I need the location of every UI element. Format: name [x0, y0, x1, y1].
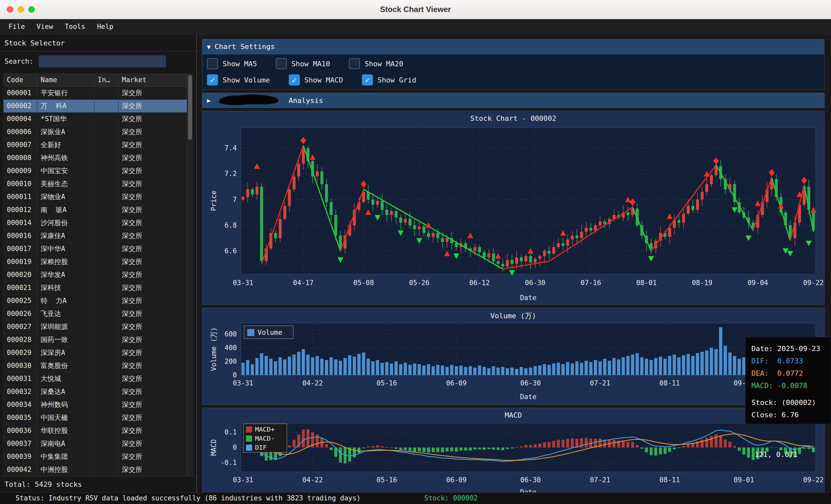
cell-code: 000031 — [4, 373, 37, 385]
table-row[interactable]: 000029深深房A深交所 — [4, 347, 187, 359]
cell-code: 000010 — [4, 178, 37, 190]
table-body: 000001平安银行深交所000002万 科A深交所000004*ST国华深交所… — [4, 87, 187, 476]
checkbox-show-ma10[interactable]: Show MA10 — [276, 58, 330, 69]
header-cell-market[interactable]: Market — [119, 74, 187, 86]
table-row[interactable]: 000027深圳能源深交所 — [4, 321, 187, 333]
checkbox-show-ma20[interactable]: Show MA20 — [349, 58, 403, 69]
menu-item-tools[interactable]: Tools — [59, 23, 91, 31]
scrollbar-thumb[interactable] — [188, 75, 192, 140]
unchecked-checkbox-icon[interactable] — [276, 58, 287, 69]
cell-industry — [94, 230, 119, 242]
table-row[interactable]: 000002万 科A深交所 — [4, 100, 187, 113]
checkbox-show-ma5[interactable]: Show MA5 — [207, 58, 257, 69]
table-row[interactable]: 000007全新好深交所 — [4, 139, 187, 152]
cell-market: 深交所 — [119, 281, 187, 294]
svg-text:03-31: 03-31 — [233, 476, 253, 484]
cell-code: 000035 — [4, 411, 37, 424]
table-row[interactable]: 000008神州高铁深交所 — [4, 152, 187, 165]
checkbox-show-grid[interactable]: ✓Show Grid — [362, 75, 416, 85]
table-scrollbar[interactable] — [187, 74, 193, 476]
cell-code: 000026 — [4, 307, 37, 320]
table-row[interactable]: 000004*ST国华深交所 — [4, 113, 187, 126]
table-row[interactable]: 000017深中华A深交所 — [4, 243, 187, 256]
unchecked-checkbox-icon[interactable] — [207, 58, 218, 69]
search-input[interactable] — [39, 55, 166, 67]
stock-table: CodeNameIn…Market 000001平安银行深交所000002万 科… — [3, 73, 193, 476]
chevron-down-icon: ▼ — [207, 43, 210, 50]
table-row[interactable]: 000037深南电A深交所 — [4, 438, 187, 450]
table-row[interactable]: 000016深康佳A深交所 — [4, 230, 187, 243]
unchecked-checkbox-icon[interactable] — [349, 58, 360, 69]
cell-industry — [94, 347, 119, 359]
cell-name: 特 力A — [37, 295, 94, 307]
cell-name: 深科技 — [37, 281, 94, 294]
tooltip-line: DIF: 0.0733 — [751, 355, 831, 367]
header-cell-name[interactable]: Name — [37, 74, 94, 86]
cell-code: 000036 — [4, 424, 37, 437]
menu-item-help[interactable]: Help — [91, 23, 119, 31]
table-row[interactable]: 000026飞亚达深交所 — [4, 307, 187, 321]
tooltip-line: Close: 6.76 — [751, 409, 831, 421]
table-row[interactable]: 000020深华发A深交所 — [4, 269, 187, 281]
cell-code: 000027 — [4, 321, 37, 333]
cell-name: 神州高铁 — [37, 152, 94, 164]
svg-text:7.2: 7.2 — [225, 170, 237, 178]
cell-market: 深交所 — [119, 230, 187, 242]
checked-checkbox-icon[interactable]: ✓ — [207, 75, 218, 85]
svg-text:06-30: 06-30 — [520, 476, 541, 484]
menu-item-file[interactable]: File — [3, 23, 31, 31]
table-row[interactable]: 000032深桑达A深交所 — [4, 385, 187, 398]
table-row[interactable]: 000001平安银行深交所 — [4, 87, 187, 100]
analysis-header[interactable]: ▶ Analysis — [202, 93, 825, 108]
svg-text:Price: Price — [210, 190, 218, 211]
cell-market: 深交所 — [119, 438, 187, 450]
cell-market: 深交所 — [119, 321, 187, 333]
table-row[interactable]: 000010美丽生态深交所 — [4, 178, 187, 190]
header-cell-in-[interactable]: In… — [94, 74, 119, 86]
table-row[interactable]: 000025特 力A深交所 — [4, 295, 187, 307]
macd-chart-svg[interactable]: 03-3104-2205-1606-0906-3007-2108-1109-01… — [202, 420, 824, 492]
table-row[interactable]: 000014沙河股份深交所 — [4, 217, 187, 230]
chart-settings-group: ▼ Chart Settings Show MA5Show MA10Show M… — [202, 39, 825, 90]
table-row[interactable]: 000006深振业A深交所 — [4, 126, 187, 139]
svg-text:06-09: 06-09 — [446, 476, 466, 484]
candlestick-chart-svg[interactable]: 03-3104-1705-0805-2606-1206-3007-1608-01… — [202, 124, 824, 304]
volume-chart-svg[interactable]: 03-3104-2205-1606-0906-3007-2108-1109-01… — [202, 321, 824, 404]
table-row[interactable]: 000011深物业A深交所 — [4, 190, 187, 204]
cell-industry — [94, 126, 119, 138]
svg-text:04-17: 04-17 — [293, 279, 314, 287]
table-row[interactable]: 000042中洲控股深交所 — [4, 464, 187, 476]
cell-market: 深交所 — [119, 178, 187, 190]
svg-text:200: 200 — [225, 358, 237, 365]
cell-name: 南 玻A — [37, 204, 94, 216]
svg-text:06-30: 06-30 — [520, 379, 541, 387]
table-row[interactable]: 000030富奥股份深交所 — [4, 359, 187, 373]
header-cell-code[interactable]: Code — [4, 74, 37, 86]
table-row[interactable]: 000039中集集团深交所 — [4, 450, 187, 464]
cell-name: 美丽生态 — [37, 178, 94, 190]
checked-checkbox-icon[interactable]: ✓ — [289, 75, 300, 85]
chart-settings-header[interactable]: ▼ Chart Settings — [202, 39, 824, 54]
cell-industry — [94, 256, 119, 268]
checked-checkbox-icon[interactable]: ✓ — [362, 75, 373, 85]
svg-text:Volume (万): Volume (万) — [210, 327, 218, 371]
cell-market: 深交所 — [119, 165, 187, 177]
checkbox-show-macd[interactable]: ✓Show MACD — [289, 75, 343, 85]
table-row[interactable]: 000031大悦城深交所 — [4, 373, 187, 385]
status-stock: Stock: 000002 — [424, 494, 478, 502]
cell-code: 000021 — [4, 281, 37, 294]
cell-industry — [94, 450, 119, 463]
table-row[interactable]: 000021深科技深交所 — [4, 281, 187, 295]
table-row[interactable]: 000019深粮控股深交所 — [4, 256, 187, 269]
table-row[interactable]: 000034神州数码深交所 — [4, 398, 187, 411]
checkbox-label: Show MACD — [305, 76, 343, 84]
table-row[interactable]: 000036华联控股深交所 — [4, 424, 187, 438]
menu-item-view[interactable]: View — [31, 23, 59, 31]
checkbox-show-volume[interactable]: ✓Show Volume — [207, 75, 270, 85]
cell-code: 000017 — [4, 243, 37, 255]
table-row[interactable]: 000012南 玻A深交所 — [4, 204, 187, 217]
table-row[interactable]: 000028国药一致深交所 — [4, 333, 187, 347]
cell-name: 深圳能源 — [37, 321, 94, 333]
table-row[interactable]: 000035中国天楹深交所 — [4, 411, 187, 424]
table-row[interactable]: 000009中国宝安深交所 — [4, 165, 187, 178]
